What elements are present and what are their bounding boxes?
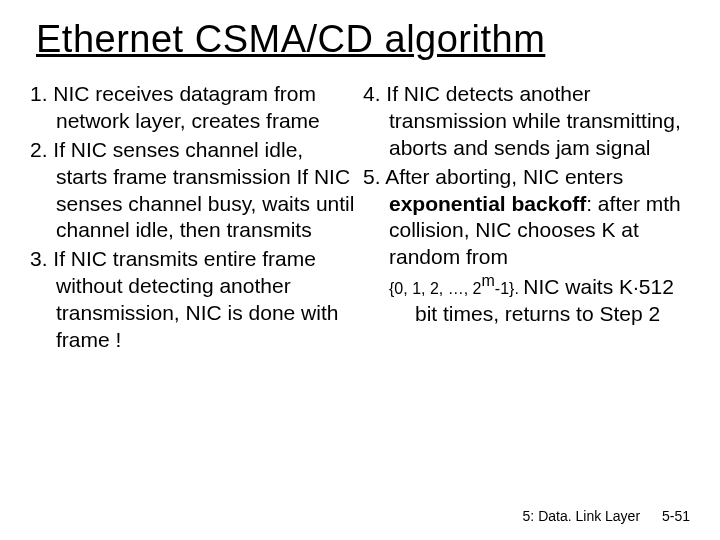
step-3: 3. If NIC transmits entire frame without…: [30, 246, 357, 354]
slide-footer: 5: Data. Link Layer 5-51: [523, 508, 690, 524]
slide: Ethernet CSMA/CD algorithm 1. NIC receiv…: [0, 0, 720, 540]
step-5-lead: 5. After aborting, NIC enters: [363, 165, 623, 188]
step-5-set1: {0, 1, 2, …, 2: [389, 280, 482, 297]
step-5-bold: exponential backoff: [389, 192, 586, 215]
step-5-sup: m: [482, 272, 495, 289]
step-5: 5. After aborting, NIC enters exponentia…: [363, 164, 690, 328]
footer-page: 5-51: [662, 508, 690, 524]
step-5-set2: -1}.: [495, 280, 523, 297]
step-5-line2: {0, 1, 2, …, 2m-1}. NIC waits K·512 bit …: [389, 271, 690, 328]
step-2: 2. If NIC senses channel idle, starts fr…: [30, 137, 357, 245]
step-1: 1. NIC receives datagram from network la…: [30, 81, 357, 135]
content-columns: 1. NIC receives datagram from network la…: [30, 81, 690, 356]
left-column: 1. NIC receives datagram from network la…: [30, 81, 357, 356]
step-4: 4. If NIC detects another transmission w…: [363, 81, 690, 162]
slide-title: Ethernet CSMA/CD algorithm: [36, 18, 690, 61]
right-column: 4. If NIC detects another transmission w…: [363, 81, 690, 356]
footer-section: 5: Data. Link Layer: [523, 508, 641, 524]
